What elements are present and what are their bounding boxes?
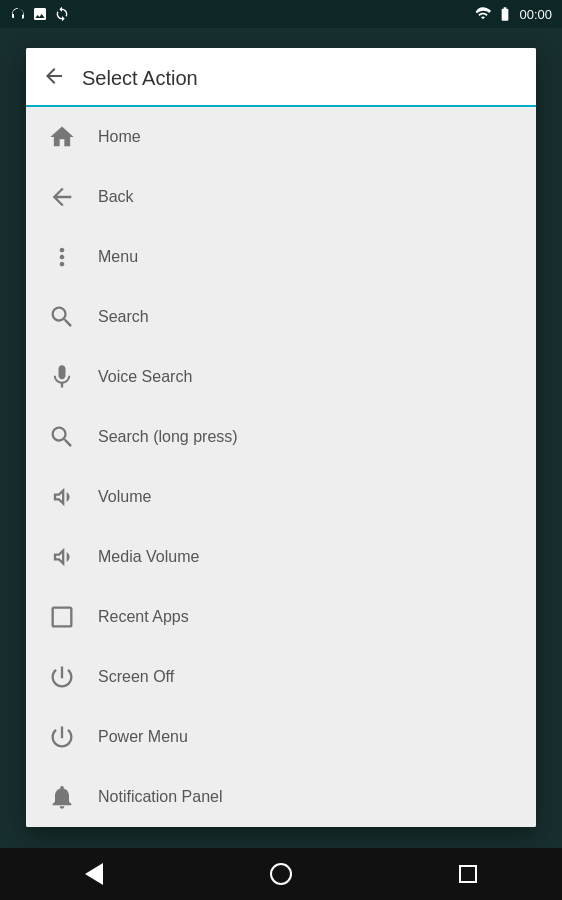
back-button[interactable]: [42, 64, 66, 93]
list-item-voice-search[interactable]: Voice Search: [26, 347, 536, 407]
back-label: Back: [98, 188, 134, 206]
dialog-overlay: Select Action Home Back Menu: [0, 28, 562, 848]
media-volume-icon: [46, 541, 78, 573]
list-item-home[interactable]: Home: [26, 107, 536, 167]
list-item-back[interactable]: Back: [26, 167, 536, 227]
home-svg: [48, 123, 76, 151]
headphone-icon: [10, 6, 26, 22]
volume-svg: [48, 483, 76, 511]
menu-icon: [46, 241, 78, 273]
menu-svg: [48, 243, 76, 271]
navigation-bar: [0, 848, 562, 900]
voice-search-label: Voice Search: [98, 368, 192, 386]
time-display: 00:00: [519, 7, 552, 22]
notification-panel-label: Notification Panel: [98, 788, 223, 806]
nav-home-button[interactable]: [251, 854, 311, 894]
search-longpress-icon: [46, 421, 78, 453]
recent-apps-label: Recent Apps: [98, 608, 189, 626]
image-icon: [32, 6, 48, 22]
list-item-search-long-press[interactable]: Search (long press): [26, 407, 536, 467]
media-volume-label: Media Volume: [98, 548, 199, 566]
screen-off-svg: [48, 663, 76, 691]
bell-icon: [46, 781, 78, 813]
nav-back-button[interactable]: [64, 854, 124, 894]
home-icon: [46, 121, 78, 153]
volume-icon: [46, 481, 78, 513]
search-icon: [46, 301, 78, 333]
battery-icon: [497, 6, 513, 22]
mic-svg: [48, 363, 76, 391]
back-icon: [46, 181, 78, 213]
bell-svg: [48, 783, 76, 811]
status-left-icons: [10, 6, 70, 22]
list-item-screen-off[interactable]: Screen Off: [26, 647, 536, 707]
loop-icon: [54, 6, 70, 22]
recent-apps-icon: [46, 601, 78, 633]
power-menu-svg: [48, 723, 76, 751]
list-item-power-menu[interactable]: Power Menu: [26, 707, 536, 767]
list-item-notification-panel[interactable]: Notification Panel: [26, 767, 536, 827]
dialog-title: Select Action: [82, 67, 198, 90]
screen-off-label: Screen Off: [98, 668, 174, 686]
search-longpress-label: Search (long press): [98, 428, 238, 446]
list-item-search[interactable]: Search: [26, 287, 536, 347]
power-menu-label: Power Menu: [98, 728, 188, 746]
back-svg: [48, 183, 76, 211]
recent-apps-svg: [48, 603, 76, 631]
nav-recents-button[interactable]: [438, 854, 498, 894]
nav-home-circle-icon: [270, 863, 292, 885]
list-item-volume[interactable]: Volume: [26, 467, 536, 527]
mic-icon: [46, 361, 78, 393]
home-label: Home: [98, 128, 141, 146]
volume-label: Volume: [98, 488, 151, 506]
back-arrow-icon: [42, 64, 66, 88]
list-item-menu[interactable]: Menu: [26, 227, 536, 287]
search-svg: [48, 303, 76, 331]
dialog-header: Select Action: [26, 48, 536, 107]
status-bar: 00:00: [0, 0, 562, 28]
search-label: Search: [98, 308, 149, 326]
menu-label: Menu: [98, 248, 138, 266]
nav-recents-square-icon: [459, 865, 477, 883]
list-item-recent-apps[interactable]: Recent Apps: [26, 587, 536, 647]
media-volume-svg: [48, 543, 76, 571]
select-action-dialog: Select Action Home Back Menu: [26, 48, 536, 827]
status-right-icons: 00:00: [475, 6, 552, 22]
search-longpress-svg: [48, 423, 76, 451]
screen-off-icon: [46, 661, 78, 693]
power-menu-icon: [46, 721, 78, 753]
list-item-media-volume[interactable]: Media Volume: [26, 527, 536, 587]
wifi-icon: [475, 6, 491, 22]
nav-back-triangle-icon: [85, 863, 103, 885]
